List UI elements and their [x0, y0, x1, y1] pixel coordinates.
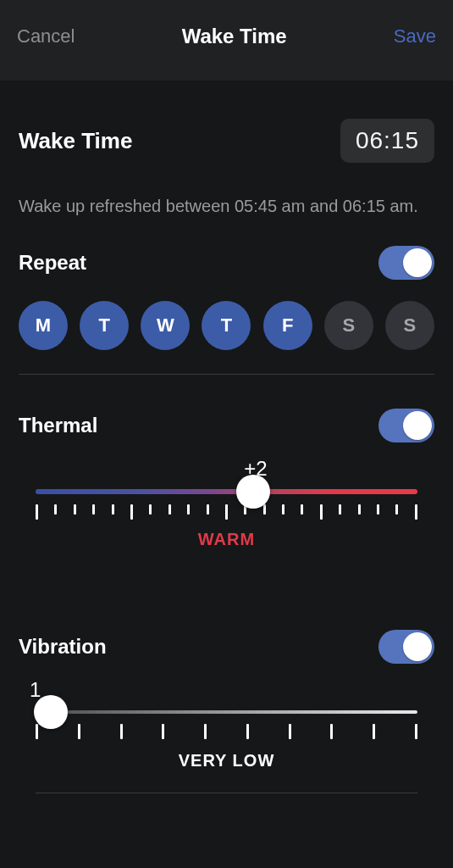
save-button[interactable]: Save	[394, 25, 436, 47]
thermal-row: Thermal	[19, 409, 434, 442]
thermal-ticks	[36, 504, 417, 520]
divider	[36, 793, 417, 793]
wake-time-value[interactable]: 06:15	[340, 119, 434, 163]
day-saturday[interactable]: S	[324, 301, 373, 350]
wake-time-row: Wake Time 06:15	[19, 119, 434, 163]
thermal-label: Thermal	[19, 414, 97, 437]
vibration-slider[interactable]: 1 VERY LOW	[19, 710, 434, 793]
vibration-label: Vibration	[19, 635, 107, 659]
thermal-toggle[interactable]	[378, 409, 434, 442]
vibration-track	[36, 710, 417, 714]
vibration-ticks	[36, 724, 417, 739]
repeat-days: M T W T F S S	[19, 301, 434, 375]
thermal-track	[36, 489, 417, 494]
repeat-row: Repeat	[19, 246, 434, 280]
day-wednesday[interactable]: W	[141, 301, 190, 350]
thermal-category: WARM	[36, 530, 417, 549]
vibration-thumb[interactable]	[34, 695, 68, 729]
repeat-toggle[interactable]	[378, 246, 434, 280]
day-monday[interactable]: M	[19, 301, 68, 350]
header: Cancel Wake Time Save	[0, 0, 453, 81]
vibration-row: Vibration	[19, 630, 434, 664]
wake-time-label: Wake Time	[19, 128, 132, 154]
vibration-category: VERY LOW	[36, 751, 417, 771]
vibration-toggle[interactable]	[378, 630, 434, 664]
wake-time-subtext: Wake up refreshed between 05:45 am and 0…	[19, 197, 434, 216]
thermal-slider[interactable]: +2 WARM	[19, 489, 434, 549]
day-sunday[interactable]: S	[385, 301, 434, 350]
cancel-button[interactable]: Cancel	[17, 25, 75, 47]
page-title: Wake Time	[182, 25, 287, 48]
day-tuesday[interactable]: T	[80, 301, 129, 350]
day-thursday[interactable]: T	[202, 301, 251, 350]
thermal-thumb[interactable]	[236, 475, 270, 509]
repeat-label: Repeat	[19, 251, 86, 275]
day-friday[interactable]: F	[263, 301, 312, 350]
